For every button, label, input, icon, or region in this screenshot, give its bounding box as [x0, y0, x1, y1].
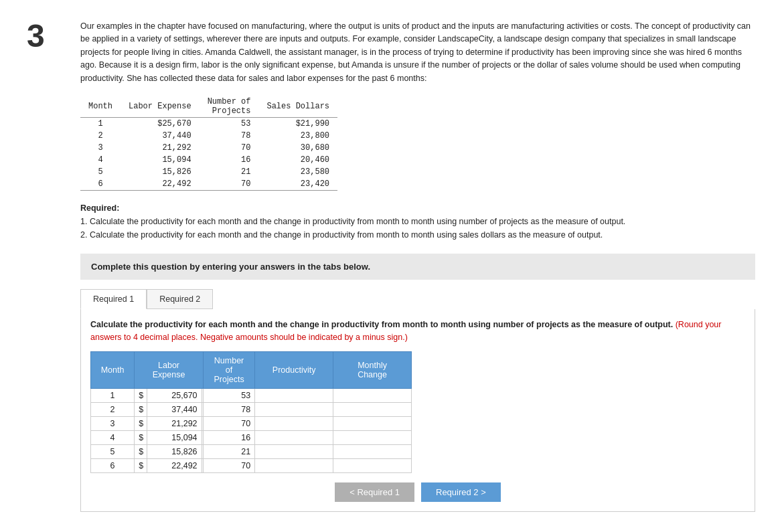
ans-month-1: 1	[91, 389, 135, 403]
ans-col-labor: LaborExpense	[135, 352, 204, 389]
col-month: Month	[80, 96, 121, 118]
dt-projects-3: 70	[200, 142, 259, 154]
col-projects: Number ofProjects	[200, 96, 259, 118]
answer-table: Month LaborExpense Number ofProjects Pro…	[90, 351, 412, 473]
dt-labor-2: 37,440	[121, 130, 200, 142]
ans-dollar-1: $	[135, 389, 147, 403]
ans-labor-2: 37,440	[147, 403, 202, 417]
dt-projects-1: 53	[200, 117, 259, 130]
ans-month-4: 4	[91, 431, 135, 445]
tabs-container: Required 1 Required 2	[80, 289, 755, 309]
required-label: Required:	[80, 203, 119, 213]
ans-month-5: 5	[91, 445, 135, 459]
data-table-row: 4 15,094 16 20,460	[80, 154, 337, 166]
answer-table-row: 2 $ 37,440 78	[91, 403, 412, 417]
dt-projects-6: 70	[200, 178, 259, 191]
ans-dollar-3: $	[135, 417, 147, 431]
ans-productivity-input-6[interactable]	[255, 459, 333, 473]
ans-month-2: 2	[91, 403, 135, 417]
question-number: 3	[27, 20, 67, 512]
dt-sales-5: 23,580	[258, 166, 337, 178]
ans-projects-4: 16	[203, 431, 254, 445]
intro-text: Our examples in the chapter have focused…	[80, 20, 755, 85]
ans-month-6: 6	[91, 459, 135, 473]
complete-box-text: Complete this question by entering your …	[91, 262, 370, 272]
dt-labor-1: $25,670	[121, 117, 200, 130]
productivity-field-1[interactable]	[255, 389, 333, 402]
next-button[interactable]: Required 2 >	[421, 482, 501, 502]
ans-col-monthly-change: MonthlyChange	[333, 352, 412, 389]
ans-productivity-input-5[interactable]	[255, 445, 333, 459]
data-table-row: 6 22,492 70 23,420	[80, 178, 337, 191]
col-sales: Sales Dollars	[258, 96, 337, 118]
productivity-field-2[interactable]	[255, 403, 333, 416]
dt-projects-2: 78	[200, 130, 259, 142]
ans-projects-2: 78	[203, 403, 254, 417]
answer-table-row: 4 $ 15,094 16	[91, 431, 412, 445]
ans-labor-6: 22,492	[147, 459, 202, 473]
monthly-change-field-1[interactable]	[333, 389, 411, 402]
answer-table-row: 3 $ 21,292 70	[91, 417, 412, 431]
ans-productivity-input-2[interactable]	[255, 403, 333, 417]
ans-projects-6: 70	[203, 459, 254, 473]
ans-monthly-change-input-1[interactable]	[333, 389, 412, 403]
data-table-row: 1 $25,670 53 $21,990	[80, 117, 337, 130]
ans-projects-1: 53	[203, 389, 254, 403]
ans-monthly-change-input-3[interactable]	[333, 417, 412, 431]
ans-labor-3: 21,292	[147, 417, 202, 431]
productivity-field-4[interactable]	[255, 431, 333, 444]
answer-table-row: 6 $ 22,492 70	[91, 459, 412, 473]
dt-sales-1: $21,990	[258, 117, 337, 130]
col-labor: Labor Expense	[121, 96, 200, 118]
ans-productivity-input-3[interactable]	[255, 417, 333, 431]
data-table: Month Labor Expense Number ofProjects Sa…	[80, 96, 337, 191]
ans-monthly-change-input-5[interactable]	[333, 445, 412, 459]
answer-table-row: 1 $ 25,670 53	[91, 389, 412, 403]
bottom-nav: < Required 1 Required 2 >	[90, 482, 745, 502]
productivity-field-6[interactable]	[255, 459, 333, 472]
tab-required-1[interactable]: Required 1	[80, 289, 147, 309]
answer-table-row: 5 $ 15,826 21	[91, 445, 412, 459]
prev-button[interactable]: < Required 1	[335, 482, 414, 502]
ans-labor-5: 15,826	[147, 445, 202, 459]
ans-projects-5: 21	[203, 445, 254, 459]
dt-labor-6: 22,492	[121, 178, 200, 191]
ans-col-projects: Number ofProjects	[203, 352, 254, 389]
monthly-change-field-4[interactable]	[333, 431, 411, 444]
dt-projects-5: 21	[200, 166, 259, 178]
data-table-row: 3 21,292 70 30,680	[80, 142, 337, 154]
productivity-field-5[interactable]	[255, 445, 333, 458]
ans-productivity-input-4[interactable]	[255, 431, 333, 445]
dt-labor-5: 15,826	[121, 166, 200, 178]
ans-month-3: 3	[91, 417, 135, 431]
data-table-row: 5 15,826 21 23,580	[80, 166, 337, 178]
dt-sales-3: 30,680	[258, 142, 337, 154]
monthly-change-field-2[interactable]	[333, 403, 411, 416]
dt-month-6: 6	[80, 178, 121, 191]
required-item-1: 1. Calculate the productivity for each m…	[80, 217, 625, 226]
ans-labor-4: 15,094	[147, 431, 202, 445]
ans-dollar-6: $	[135, 459, 147, 473]
dt-labor-4: 15,094	[121, 154, 200, 166]
tab-required-2[interactable]: Required 2	[147, 289, 213, 309]
monthly-change-field-3[interactable]	[333, 417, 411, 430]
dt-month-2: 2	[80, 130, 121, 142]
ans-labor-1: 25,670	[147, 389, 202, 403]
data-table-wrapper: Month Labor Expense Number ofProjects Sa…	[80, 96, 755, 191]
monthly-change-field-5[interactable]	[333, 445, 411, 458]
ans-dollar-5: $	[135, 445, 147, 459]
required-section: Required: 1. Calculate the productivity …	[80, 201, 755, 242]
ans-monthly-change-input-2[interactable]	[333, 403, 412, 417]
ans-monthly-change-input-6[interactable]	[333, 459, 412, 473]
dt-sales-4: 20,460	[258, 154, 337, 166]
instruction-bold: Calculate the productivity for each mont…	[90, 320, 673, 329]
ans-monthly-change-input-4[interactable]	[333, 431, 412, 445]
required-item-2: 2. Calculate the productivity for each m…	[80, 230, 603, 240]
dt-labor-3: 21,292	[121, 142, 200, 154]
productivity-field-3[interactable]	[255, 417, 333, 430]
monthly-change-field-6[interactable]	[333, 459, 411, 472]
ans-dollar-4: $	[135, 431, 147, 445]
ans-productivity-input-1[interactable]	[255, 389, 333, 403]
ans-col-month: Month	[91, 352, 135, 389]
dt-sales-2: 23,800	[258, 130, 337, 142]
